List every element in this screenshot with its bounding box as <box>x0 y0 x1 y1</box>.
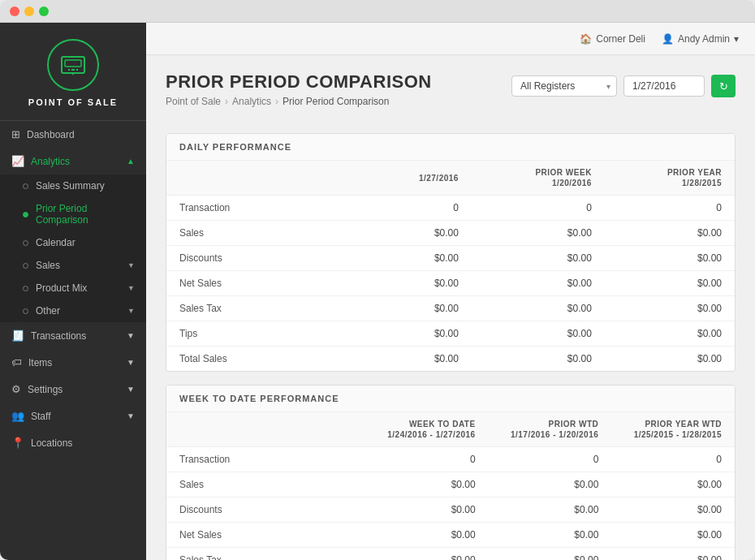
col-prior-week-header: PRIOR WEEK1/20/2016 <box>472 161 605 196</box>
transactions-icon: 🧾 <box>11 330 24 342</box>
window-chrome <box>0 0 755 23</box>
sidebar-item-transactions[interactable]: 🧾 Transactions ▼ <box>0 322 146 349</box>
analytics-submenu: Sales Summary Prior Period Comparison Ca… <box>0 174 146 322</box>
svg-rect-1 <box>65 60 81 67</box>
table-row: Transaction 0 0 0 <box>166 447 735 472</box>
dot-icon <box>23 263 28 269</box>
row-col2: $0.00 <box>472 321 605 347</box>
row-label: Net Sales <box>166 271 365 296</box>
row-col1: $0.00 <box>365 472 489 498</box>
table-row: Net Sales $0.00 $0.00 $0.00 <box>166 523 735 548</box>
row-col3: $0.00 <box>605 271 735 296</box>
sidebar-item-staff[interactable]: 👥 Staff ▼ <box>0 403 146 429</box>
sidebar-item-label: Locations <box>31 437 135 449</box>
table-row: Sales Tax $0.00 $0.00 $0.00 <box>166 548 735 561</box>
row-col2: 0 <box>489 447 612 472</box>
row-col2: $0.00 <box>489 472 612 498</box>
locations-icon: 📍 <box>11 437 24 449</box>
row-label: Sales Tax <box>166 548 365 561</box>
sidebar-item-label: Product Mix <box>36 282 87 294</box>
content-area: PRIOR PERIOD COMPARISON Point of Sale › … <box>146 55 755 560</box>
minimize-button[interactable] <box>24 6 34 16</box>
sidebar: POINT OF SALE ⊞ Dashboard 📈 Analytics ▲ … <box>0 23 146 560</box>
sidebar-item-items[interactable]: 🏷 Items ▼ <box>0 349 146 376</box>
user-info[interactable]: 👤 Andy Admin ▾ <box>662 33 739 45</box>
register-select-wrapper: All Registers ▾ <box>511 75 617 97</box>
close-button[interactable] <box>10 6 19 16</box>
chevron-down-icon: ▼ <box>127 385 135 394</box>
sidebar-logo: POINT OF SALE <box>0 23 146 121</box>
breadcrumb-pos: Point of Sale <box>166 96 221 107</box>
table-row: Discounts $0.00 $0.00 $0.00 <box>166 498 735 523</box>
store-info: 🏠 Corner Deli <box>580 33 645 45</box>
sidebar-item-label: Sales <box>36 260 60 271</box>
sidebar-item-analytics[interactable]: 📈 Analytics ▲ <box>0 148 146 174</box>
row-col3: 0 <box>611 447 735 472</box>
table-row: Transaction 0 0 0 <box>166 196 735 221</box>
topbar: 🏠 Corner Deli 👤 Andy Admin ▾ <box>146 23 755 55</box>
col-label-header <box>166 161 365 196</box>
breadcrumb-analytics: Analytics <box>232 96 271 107</box>
sidebar-item-other[interactable]: Other ▼ <box>0 299 146 322</box>
user-icon: 👤 <box>662 33 674 45</box>
sidebar-item-prior-period[interactable]: Prior Period Comparison <box>0 197 146 231</box>
row-label: Sales <box>166 221 365 246</box>
row-col3: 0 <box>605 196 735 221</box>
row-col2: $0.00 <box>489 523 612 548</box>
sidebar-item-calendar[interactable]: Calendar <box>0 231 146 254</box>
weekly-performance-section: WEEK TO DATE PERFORMANCE WEEK TO DATE1/2… <box>166 385 736 560</box>
sidebar-item-label: Sales Summary <box>36 180 105 192</box>
sidebar-item-label: Transactions <box>31 330 127 342</box>
app-container: POINT OF SALE ⊞ Dashboard 📈 Analytics ▲ … <box>0 23 755 560</box>
row-col1: $0.00 <box>365 271 472 296</box>
breadcrumb-sep: › <box>225 96 228 107</box>
sidebar-item-label: Analytics <box>31 156 127 167</box>
filters-row: All Registers ▾ ↻ <box>511 75 736 97</box>
row-col1: $0.00 <box>365 221 472 246</box>
maximize-button[interactable] <box>39 6 49 16</box>
row-col2: $0.00 <box>472 347 605 372</box>
dot-icon <box>23 308 28 314</box>
row-label: Transaction <box>166 447 365 472</box>
table-row: Sales $0.00 $0.00 $0.00 <box>166 221 735 246</box>
row-col2: $0.00 <box>472 271 605 296</box>
chevron-right-icon: ▼ <box>127 261 135 269</box>
sidebar-item-sales-summary[interactable]: Sales Summary <box>0 174 146 197</box>
store-icon: 🏠 <box>580 33 592 45</box>
sidebar-item-product-mix[interactable]: Product Mix ▼ <box>0 277 146 299</box>
sidebar-item-locations[interactable]: 📍 Locations <box>0 429 146 456</box>
staff-icon: 👥 <box>11 410 24 422</box>
page-header-row: PRIOR PERIOD COMPARISON Point of Sale › … <box>166 71 736 120</box>
sidebar-item-dashboard[interactable]: ⊞ Dashboard <box>0 121 146 148</box>
row-col3: $0.00 <box>605 296 735 321</box>
row-col3: $0.00 <box>611 498 735 523</box>
table-row: Tips $0.00 $0.00 $0.00 <box>166 321 735 347</box>
chevron-up-icon: ▲ <box>127 157 135 166</box>
row-col1: $0.00 <box>365 498 489 523</box>
chevron-right-icon: ▼ <box>127 307 135 315</box>
sidebar-item-label: Items <box>28 357 127 368</box>
register-select[interactable]: All Registers <box>511 75 617 97</box>
row-col1: $0.00 <box>365 347 472 372</box>
dropdown-arrow-icon: ▾ <box>734 33 739 45</box>
table-row: Sales Tax $0.00 $0.00 $0.00 <box>166 296 735 321</box>
weekly-table: WEEK TO DATE1/24/2016 - 1/27/2016 PRIOR … <box>166 412 735 560</box>
row-col3: $0.00 <box>605 246 735 271</box>
sidebar-item-sales[interactable]: Sales ▼ <box>0 254 146 277</box>
row-label: Tips <box>166 321 365 347</box>
row-col2: $0.00 <box>489 498 612 523</box>
sidebar-item-settings[interactable]: ⚙ Settings ▼ <box>0 376 146 403</box>
row-col2: $0.00 <box>489 548 612 561</box>
refresh-button[interactable]: ↻ <box>711 75 736 97</box>
table-row: Discounts $0.00 $0.00 $0.00 <box>166 246 735 271</box>
user-name: Andy Admin <box>678 33 730 45</box>
sidebar-item-label: Settings <box>28 384 127 395</box>
daily-performance-section: DAILY PERFORMANCE 1/27/2016 PRIOR WEEK1/… <box>166 133 736 372</box>
row-col2: $0.00 <box>472 296 605 321</box>
col-prior-year-header: PRIOR YEAR1/28/2015 <box>605 161 735 196</box>
date-input[interactable] <box>623 75 705 97</box>
row-label: Sales <box>166 472 365 498</box>
row-col1: $0.00 <box>365 321 472 347</box>
table-row: Total Sales $0.00 $0.00 $0.00 <box>166 347 735 372</box>
breadcrumb-current: Prior Period Comparison <box>283 96 389 107</box>
